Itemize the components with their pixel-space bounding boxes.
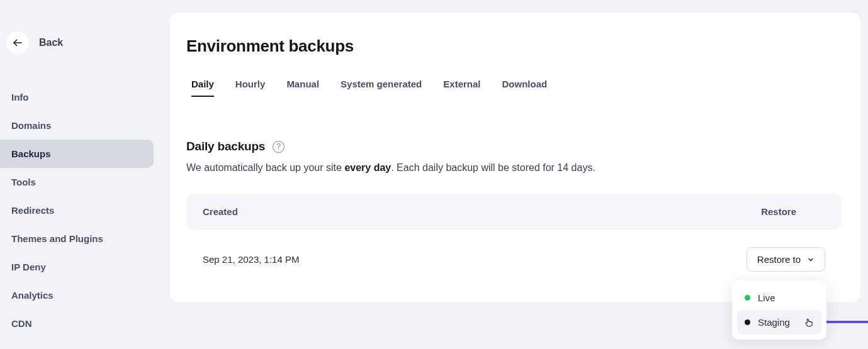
sidebar-item-info[interactable]: Info (0, 83, 154, 111)
annotation-arrow-icon (822, 316, 868, 328)
desc-suffix: . Each daily backup will be stored for 1… (391, 162, 595, 173)
tab-manual[interactable]: Manual (286, 79, 319, 97)
sidebar-item-label: CDN (11, 318, 32, 329)
arrow-left-icon (12, 37, 23, 48)
cell-created: Sep 21, 2023, 1:14 PM (203, 254, 299, 265)
tab-external[interactable]: External (443, 79, 480, 97)
sidebar-item-redirects[interactable]: Redirects (0, 196, 154, 224)
sidebar-item-domains[interactable]: Domains (0, 111, 154, 140)
tab-system-generated[interactable]: System generated (341, 79, 422, 97)
page-title: Environment backups (186, 36, 842, 56)
sidebar-item-backups[interactable]: Backups (0, 140, 154, 168)
status-dot-icon (745, 319, 750, 325)
dropdown-item-live[interactable]: Live (737, 285, 821, 310)
help-icon[interactable]: ? (273, 141, 285, 153)
sidebar-item-label: Redirects (11, 205, 54, 216)
sidebar-item-label: Analytics (11, 290, 54, 301)
tab-label: Download (502, 79, 548, 89)
back-label: Back (39, 37, 63, 48)
section-description: We automatically back up your site every… (186, 162, 842, 174)
cursor-pointer-icon (804, 318, 814, 328)
restore-to-button[interactable]: Restore to (747, 247, 825, 272)
sidebar-item-label: Backups (11, 148, 51, 159)
sidebar-item-tools[interactable]: Tools (0, 168, 154, 196)
sidebar-item-label: Info (11, 92, 29, 102)
tab-label: Manual (286, 79, 319, 89)
tab-hourly[interactable]: Hourly (235, 79, 266, 97)
sidebar-item-ip-deny[interactable]: IP Deny (0, 253, 154, 281)
table-header: Created Restore (186, 194, 842, 230)
chevron-down-icon (807, 256, 814, 263)
tab-daily[interactable]: Daily (191, 79, 214, 97)
sidebar-item-analytics[interactable]: Analytics (0, 281, 154, 309)
table-row: Sep 21, 2023, 1:14 PM Restore to (186, 236, 842, 283)
tabs: Daily Hourly Manual System generated Ext… (186, 79, 842, 97)
desc-prefix: We automatically back up your site (186, 162, 344, 173)
dropdown-item-label: Live (758, 292, 775, 303)
section-heading: Daily backups ? (186, 140, 842, 153)
restore-button-label: Restore to (757, 254, 801, 265)
sidebar-item-cdn[interactable]: CDN (0, 309, 154, 338)
tab-label: System generated (341, 79, 422, 89)
tab-label: External (443, 79, 480, 89)
desc-bold: every day (344, 162, 391, 173)
sidebar-item-label: Tools (11, 177, 36, 187)
tab-label: Hourly (235, 79, 266, 89)
section-title: Daily backups (186, 140, 265, 153)
sidebar-item-label: Domains (11, 120, 51, 131)
sidebar-item-label: IP Deny (11, 262, 46, 272)
restore-dropdown: Live Staging (732, 280, 826, 340)
dropdown-item-staging[interactable]: Staging (737, 310, 821, 335)
sidebar: Back Info Domains Backups Tools Redirect… (0, 0, 170, 349)
question-mark-icon: ? (276, 142, 281, 151)
tab-label: Daily (191, 79, 214, 89)
sidebar-item-label: Themes and Plugins (11, 233, 103, 244)
main-content: Environment backups Daily Hourly Manual … (170, 0, 868, 349)
sidebar-nav: Info Domains Backups Tools Redirects The… (0, 83, 170, 338)
th-created: Created (203, 206, 238, 217)
tab-download[interactable]: Download (502, 79, 548, 97)
dropdown-item-label: Staging (758, 317, 790, 328)
content-card: Environment backups Daily Hourly Manual … (170, 13, 860, 302)
back-button[interactable] (6, 31, 29, 54)
status-dot-icon (745, 295, 750, 301)
th-restore: Restore (761, 206, 825, 217)
back-nav[interactable]: Back (0, 31, 170, 54)
sidebar-item-themes-plugins[interactable]: Themes and Plugins (0, 224, 154, 253)
